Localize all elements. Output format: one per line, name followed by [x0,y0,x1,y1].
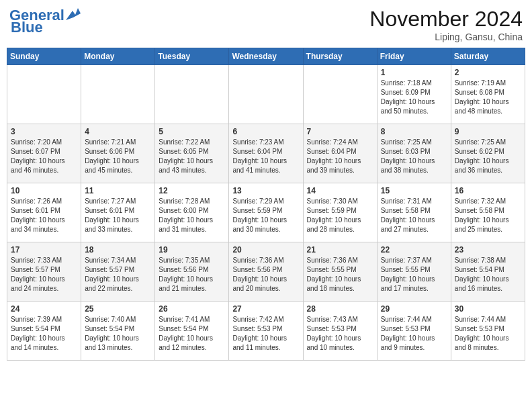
day-number: 6 [232,127,299,136]
day-number: 17 [11,245,77,255]
day-info: Sunrise: 7:32 AMSunset: 5:58 PMDaylight:… [455,197,521,234]
calendar-cell: 12Sunrise: 7:28 AMSunset: 6:00 PMDayligh… [155,183,229,242]
calendar-cell [229,65,303,124]
location: Liping, Gansu, China [369,32,523,42]
weekday-header-monday: Monday [81,48,155,65]
calendar-cell: 28Sunrise: 7:43 AMSunset: 5:53 PMDayligh… [303,302,377,361]
calendar-cell: 8Sunrise: 7:25 AMSunset: 6:03 PMDaylight… [377,124,451,183]
day-number: 28 [307,304,373,314]
day-number: 26 [159,304,225,314]
calendar-cell: 2Sunrise: 7:19 AMSunset: 6:08 PMDaylight… [451,65,525,124]
day-number: 4 [85,127,151,136]
calendar-cell [81,65,155,124]
day-number: 12 [159,186,225,195]
day-number: 22 [381,245,447,255]
day-info: Sunrise: 7:22 AMSunset: 6:05 PMDaylight:… [159,138,225,175]
calendar-week-row: 10Sunrise: 7:26 AMSunset: 6:01 PMDayligh… [7,183,525,242]
weekday-header-saturday: Saturday [451,48,525,65]
day-info: Sunrise: 7:43 AMSunset: 5:53 PMDaylight:… [307,315,373,353]
day-info: Sunrise: 7:37 AMSunset: 5:55 PMDaylight:… [381,256,447,293]
calendar-cell: 14Sunrise: 7:30 AMSunset: 5:59 PMDayligh… [303,183,377,242]
day-info: Sunrise: 7:19 AMSunset: 6:08 PMDaylight:… [455,79,521,116]
day-info: Sunrise: 7:30 AMSunset: 5:59 PMDaylight:… [307,197,373,234]
day-info: Sunrise: 7:24 AMSunset: 6:04 PMDaylight:… [307,138,373,175]
day-info: Sunrise: 7:44 AMSunset: 5:53 PMDaylight:… [381,315,447,353]
calendar-cell: 18Sunrise: 7:34 AMSunset: 5:57 PMDayligh… [81,242,155,302]
calendar-cell: 27Sunrise: 7:42 AMSunset: 5:53 PMDayligh… [229,302,303,361]
calendar-cell: 26Sunrise: 7:41 AMSunset: 5:54 PMDayligh… [155,302,229,361]
logo-bird-icon [66,8,81,20]
calendar-cell [7,65,81,124]
day-number: 7 [307,127,373,136]
calendar-cell: 1Sunrise: 7:18 AMSunset: 6:09 PMDaylight… [377,65,451,124]
day-info: Sunrise: 7:35 AMSunset: 5:56 PMDaylight:… [159,256,225,293]
calendar-cell: 4Sunrise: 7:21 AMSunset: 6:06 PMDaylight… [81,124,155,183]
calendar-week-row: 17Sunrise: 7:33 AMSunset: 5:57 PMDayligh… [7,242,525,302]
calendar-cell: 6Sunrise: 7:23 AMSunset: 6:04 PMDaylight… [229,124,303,183]
calendar-cell: 30Sunrise: 7:44 AMSunset: 5:53 PMDayligh… [451,302,525,361]
calendar-cell: 7Sunrise: 7:24 AMSunset: 6:04 PMDaylight… [303,124,377,183]
weekday-header-row: SundayMondayTuesdayWednesdayThursdayFrid… [7,48,525,65]
day-number: 23 [455,245,521,255]
day-info: Sunrise: 7:33 AMSunset: 5:57 PMDaylight:… [11,256,77,293]
title-block: November 2024 Liping, Gansu, China [369,7,523,42]
calendar-week-row: 24Sunrise: 7:39 AMSunset: 5:54 PMDayligh… [7,302,525,361]
calendar-cell: 5Sunrise: 7:22 AMSunset: 6:05 PMDaylight… [155,124,229,183]
day-number: 8 [381,127,447,136]
weekday-header-wednesday: Wednesday [229,48,303,65]
calendar-table: SundayMondayTuesdayWednesdayThursdayFrid… [7,48,525,361]
day-info: Sunrise: 7:39 AMSunset: 5:54 PMDaylight:… [11,315,77,353]
calendar-week-row: 1Sunrise: 7:18 AMSunset: 6:09 PMDaylight… [7,65,525,124]
day-info: Sunrise: 7:25 AMSunset: 6:03 PMDaylight:… [381,138,447,175]
calendar-cell: 22Sunrise: 7:37 AMSunset: 5:55 PMDayligh… [377,242,451,302]
day-number: 24 [11,304,77,314]
calendar-cell: 29Sunrise: 7:44 AMSunset: 5:53 PMDayligh… [377,302,451,361]
calendar-cell [303,65,377,124]
day-info: Sunrise: 7:27 AMSunset: 6:01 PMDaylight:… [85,197,151,234]
day-number: 19 [159,245,225,255]
day-info: Sunrise: 7:34 AMSunset: 5:57 PMDaylight:… [85,256,151,293]
day-number: 2 [455,68,521,77]
calendar-cell: 9Sunrise: 7:25 AMSunset: 6:02 PMDaylight… [451,124,525,183]
day-number: 13 [232,186,299,195]
day-info: Sunrise: 7:36 AMSunset: 5:56 PMDaylight:… [232,256,299,293]
day-number: 18 [85,245,151,255]
calendar-cell: 11Sunrise: 7:27 AMSunset: 6:01 PMDayligh… [81,183,155,242]
calendar-cell: 19Sunrise: 7:35 AMSunset: 5:56 PMDayligh… [155,242,229,302]
day-number: 20 [232,245,299,255]
day-info: Sunrise: 7:21 AMSunset: 6:06 PMDaylight:… [85,138,151,175]
day-number: 15 [381,186,447,195]
calendar-cell: 15Sunrise: 7:31 AMSunset: 5:58 PMDayligh… [377,183,451,242]
calendar-cell: 21Sunrise: 7:36 AMSunset: 5:55 PMDayligh… [303,242,377,302]
day-info: Sunrise: 7:41 AMSunset: 5:54 PMDaylight:… [159,315,225,353]
calendar-cell: 3Sunrise: 7:20 AMSunset: 6:07 PMDaylight… [7,124,81,183]
day-info: Sunrise: 7:29 AMSunset: 5:59 PMDaylight:… [232,197,299,234]
day-number: 3 [11,127,77,136]
day-info: Sunrise: 7:20 AMSunset: 6:07 PMDaylight:… [11,138,77,175]
calendar-cell: 16Sunrise: 7:32 AMSunset: 5:58 PMDayligh… [451,183,525,242]
day-number: 25 [85,304,151,314]
day-number: 9 [455,127,521,136]
weekday-header-thursday: Thursday [303,48,377,65]
day-number: 11 [85,186,151,195]
calendar-cell: 23Sunrise: 7:38 AMSunset: 5:54 PMDayligh… [451,242,525,302]
calendar-cell: 24Sunrise: 7:39 AMSunset: 5:54 PMDayligh… [7,302,81,361]
weekday-header-tuesday: Tuesday [155,48,229,65]
day-info: Sunrise: 7:18 AMSunset: 6:09 PMDaylight:… [381,79,447,116]
day-number: 21 [307,245,373,255]
day-info: Sunrise: 7:38 AMSunset: 5:54 PMDaylight:… [455,256,521,293]
day-number: 1 [381,68,447,77]
calendar-cell: 10Sunrise: 7:26 AMSunset: 6:01 PMDayligh… [7,183,81,242]
day-info: Sunrise: 7:40 AMSunset: 5:54 PMDaylight:… [85,315,151,353]
day-number: 30 [455,304,521,314]
calendar-cell [155,65,229,124]
calendar-cell: 13Sunrise: 7:29 AMSunset: 5:59 PMDayligh… [229,183,303,242]
day-info: Sunrise: 7:25 AMSunset: 6:02 PMDaylight:… [455,138,521,175]
day-info: Sunrise: 7:31 AMSunset: 5:58 PMDaylight:… [381,197,447,234]
page-header: General Blue November 2024 Liping, Gansu… [7,7,525,42]
day-number: 29 [381,304,447,314]
day-number: 27 [232,304,299,314]
calendar-week-row: 3Sunrise: 7:20 AMSunset: 6:07 PMDaylight… [7,124,525,183]
day-number: 16 [455,186,521,195]
calendar-cell: 25Sunrise: 7:40 AMSunset: 5:54 PMDayligh… [81,302,155,361]
